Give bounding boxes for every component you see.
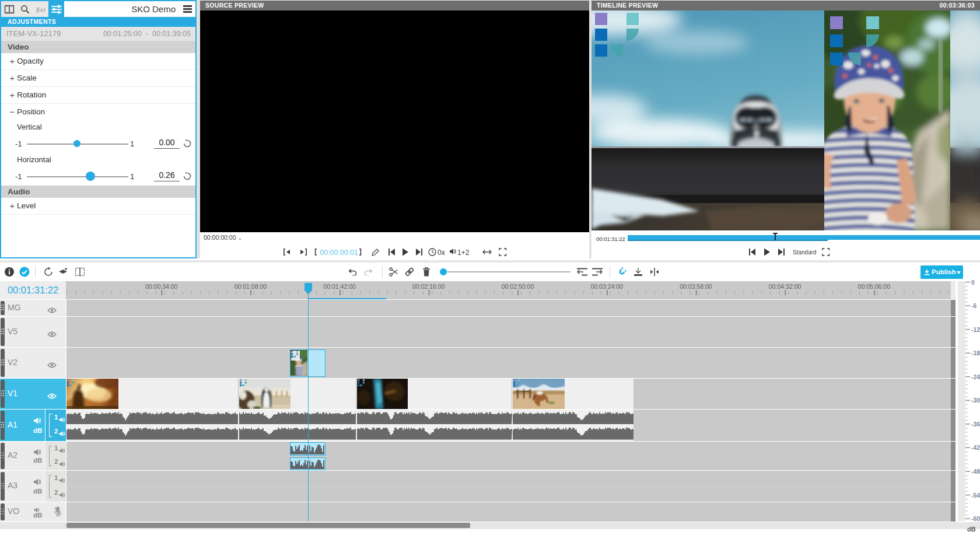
svg-text:00:04:32:00: 00:04:32:00	[769, 283, 802, 290]
svg-text:00:03:24:00: 00:03:24:00	[590, 283, 623, 290]
svg-text:00:01:08:00: 00:01:08:00	[235, 283, 267, 290]
svg-text:00:05:06:00: 00:05:06:00	[858, 283, 891, 290]
svg-text:00:01:42:00: 00:01:42:00	[323, 283, 356, 290]
svg-text:1+2: 1+2	[457, 249, 470, 257]
svg-text:00:00:00:01: 00:00:00:01	[320, 249, 358, 257]
svg-text:f(x): f(x)	[36, 6, 46, 13]
svg-text:Standard: Standard	[793, 249, 817, 256]
svg-text:00:03:58:00: 00:03:58:00	[680, 283, 712, 290]
svg-text:00:02:16:00: 00:02:16:00	[412, 283, 445, 290]
svg-text:00:02:50:00: 00:02:50:00	[502, 283, 534, 290]
svg-text:00:00:34:00: 00:00:34:00	[145, 283, 178, 290]
svg-text:0x: 0x	[438, 249, 445, 257]
